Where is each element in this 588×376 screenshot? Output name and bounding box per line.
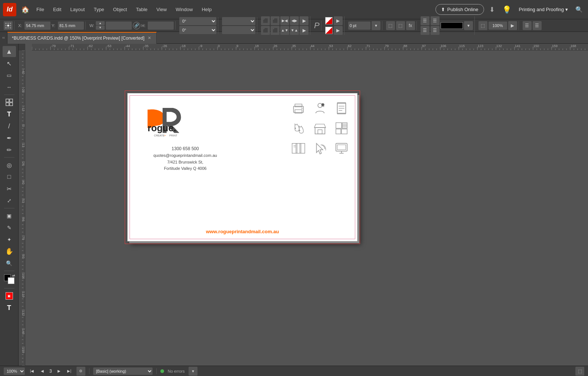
- view-mode-btn1[interactable]: ☰: [523, 21, 532, 30]
- tool-separator-3: [4, 208, 14, 208]
- pencil-tool[interactable]: ✏: [3, 144, 16, 155]
- char-style-btn[interactable]: ☰: [431, 16, 440, 25]
- flip-h-select[interactable]: [222, 17, 255, 25]
- eyedrop-tool[interactable]: ✦: [3, 234, 16, 245]
- document-page[interactable]: rogue. CREATE + PRINT 1300 658 500 quote…: [127, 93, 357, 241]
- x-input[interactable]: [24, 22, 50, 30]
- align-center-btn[interactable]: ⬛: [271, 16, 280, 25]
- y-input[interactable]: [58, 22, 84, 30]
- color-swap-area[interactable]: ⇄: [3, 273, 16, 286]
- color-swatch[interactable]: [441, 22, 463, 29]
- text-annotation-btn[interactable]: T: [3, 302, 16, 313]
- point-size-input[interactable]: [348, 22, 370, 30]
- style-select[interactable]: [Basic] (working): [93, 367, 153, 375]
- stroke-more-btn[interactable]: ▶: [334, 16, 343, 25]
- direct-selection-tool[interactable]: ↖: [3, 58, 16, 69]
- svg-rect-12: [10, 103, 13, 106]
- char-style2-btn[interactable]: ☰: [431, 26, 440, 35]
- page-tool[interactable]: ▭: [3, 70, 16, 81]
- pages-panel-btn[interactable]: ⬚: [575, 367, 584, 376]
- zoom-options-btn[interactable]: ⬚: [478, 21, 487, 30]
- chain-link-icon[interactable]: 🔗: [133, 22, 140, 29]
- page-options-btn[interactable]: ⚙: [76, 367, 85, 376]
- apply-color-btn[interactable]: ▣: [3, 290, 16, 301]
- erase-tool[interactable]: ◎: [3, 159, 16, 171]
- background-color[interactable]: [8, 277, 14, 284]
- color-more-btn[interactable]: ▾: [464, 21, 473, 30]
- home-icon[interactable]: 🏠: [19, 4, 31, 16]
- menu-help[interactable]: Help: [198, 5, 215, 14]
- tab-collapse-button[interactable]: ‹‹: [0, 32, 7, 44]
- gradient-tool[interactable]: ▣: [3, 210, 16, 221]
- cloud-icon[interactable]: ⬇: [486, 3, 499, 16]
- align-middle-btn[interactable]: ⬛: [271, 26, 280, 35]
- distribute-top-btn[interactable]: ▲▼: [280, 26, 289, 35]
- view-mode-btn2[interactable]: ☰: [533, 21, 542, 30]
- zoom-input[interactable]: [489, 22, 507, 30]
- column-grid-tool[interactable]: [3, 97, 16, 108]
- errors-dropdown-btn[interactable]: ▾: [189, 367, 197, 376]
- lightbulb-icon[interactable]: 💡: [500, 3, 514, 16]
- selection-tool[interactable]: ▲: [3, 46, 16, 57]
- more-align-btn[interactable]: ▶: [300, 16, 308, 25]
- icon-row-3: [290, 141, 350, 156]
- publish-online-button[interactable]: ⬆ Publish Online: [435, 4, 484, 15]
- align-top-btn[interactable]: ⬛: [261, 26, 270, 35]
- menu-window[interactable]: Window: [172, 5, 196, 14]
- w-down-arrow[interactable]: ▼: [96, 26, 105, 30]
- menu-type[interactable]: Type: [90, 5, 108, 14]
- first-page-btn[interactable]: |◀: [29, 368, 35, 375]
- swap-icon[interactable]: ⇄: [12, 274, 15, 277]
- last-page-btn[interactable]: ▶|: [66, 368, 73, 375]
- text-wrap-btn[interactable]: ☰: [421, 26, 429, 35]
- transform-origin-group: [2, 21, 14, 30]
- menu-layout[interactable]: Layout: [66, 5, 88, 14]
- cursor-icon: [313, 141, 327, 156]
- zoom-select[interactable]: 100%: [4, 367, 25, 375]
- para-style-btn[interactable]: ☰: [421, 16, 429, 25]
- hand-tool[interactable]: ✋: [3, 246, 16, 257]
- shear-select[interactable]: 0°: [179, 26, 216, 34]
- w-input[interactable]: [106, 22, 132, 30]
- tab-close-button[interactable]: ✕: [147, 36, 152, 41]
- more-dist-btn[interactable]: ▶: [300, 26, 308, 35]
- menu-file[interactable]: File: [33, 5, 48, 14]
- rect-frame-tool[interactable]: □: [3, 171, 16, 182]
- frame-fitting-btn[interactable]: ⬚: [386, 21, 395, 30]
- zoom-more-btn[interactable]: ▶: [508, 21, 517, 30]
- rotate-select[interactable]: 0°: [179, 17, 216, 25]
- line-tool[interactable]: /: [3, 121, 16, 132]
- pen-tool[interactable]: ✒: [3, 132, 16, 144]
- menu-edit[interactable]: Edit: [49, 5, 65, 14]
- canvas-wrapper[interactable]: rogue. CREATE + PRINT 1300 658 500 quote…: [25, 50, 588, 366]
- h-input[interactable]: [148, 22, 174, 30]
- distribute-left-btn[interactable]: ▶◀: [280, 16, 289, 25]
- flip-group: [220, 17, 257, 34]
- gap-tool[interactable]: ↔: [3, 82, 16, 93]
- scissors-tool[interactable]: ✂: [3, 183, 16, 194]
- align-left-btn[interactable]: ⬛: [261, 16, 270, 25]
- w-up-arrow[interactable]: ▲: [96, 21, 105, 25]
- menu-view[interactable]: View: [153, 5, 170, 14]
- workspace-selector[interactable]: Printing and Proofing ▾: [515, 5, 572, 14]
- prev-page-btn[interactable]: ◀: [39, 368, 46, 375]
- fill-color-swatch[interactable]: [325, 17, 333, 24]
- zoom-tool[interactable]: 🔍: [3, 258, 16, 269]
- distribute-bottom-btn[interactable]: ▼▲: [290, 26, 299, 35]
- view-frame-btn[interactable]: ⬚: [396, 21, 405, 30]
- flip-v-select[interactable]: [222, 26, 255, 34]
- point-size-up-btn[interactable]: ▾: [372, 21, 380, 30]
- document-tab[interactable]: *BUSINESS CARDS.indd @ 150% [Overprint P…: [7, 32, 157, 44]
- search-icon[interactable]: 🔍: [573, 4, 585, 16]
- distribute-right-btn[interactable]: ◀▶: [290, 16, 299, 25]
- transform-origin-selector[interactable]: [4, 21, 13, 30]
- stroke-more2-btn[interactable]: ▶: [334, 26, 343, 35]
- text-tool[interactable]: T: [3, 109, 16, 120]
- stroke-color-swatch[interactable]: [325, 27, 333, 34]
- free-transform-tool[interactable]: ⤢: [3, 195, 16, 206]
- effects-btn[interactable]: fx: [406, 21, 415, 30]
- menu-object[interactable]: Object: [110, 5, 131, 14]
- note-tool[interactable]: ✎: [3, 222, 16, 233]
- menu-table[interactable]: Table: [132, 5, 151, 14]
- next-page-btn[interactable]: ▶: [56, 368, 62, 375]
